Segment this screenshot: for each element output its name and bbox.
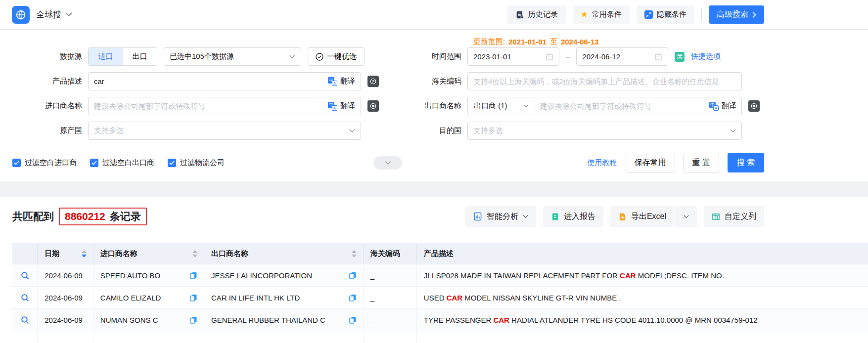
tab-export[interactable]: 出口 — [123, 48, 157, 65]
chevron-down-icon — [523, 104, 529, 108]
sort-importer[interactable] — [192, 250, 197, 257]
search-button[interactable]: 搜 索 — [728, 153, 764, 172]
translate-label: 翻译 — [722, 101, 736, 111]
update-range-to: 至 — [550, 37, 557, 46]
custom-columns-button[interactable]: 自定义列 — [704, 206, 764, 227]
translate-icon: 中A — [328, 77, 337, 86]
cell-hscode: _ — [370, 294, 374, 302]
copy-icon[interactable] — [189, 294, 197, 302]
translate-icon: 中A — [328, 102, 337, 111]
trade-direction-toggle: 进口 出口 — [88, 47, 157, 66]
advanced-search-button[interactable]: 高级搜索 — [709, 5, 764, 24]
tab-import[interactable]: 进口 — [89, 48, 123, 65]
product-desc-label: 产品描述 — [0, 77, 88, 86]
copy-icon[interactable] — [189, 271, 197, 280]
favorites-label: 常用条件 — [592, 10, 622, 19]
checkbox-filter-blank-importer[interactable]: 过滤空白进口商 — [12, 158, 77, 168]
highlight-keyword: CAR — [447, 294, 463, 302]
exporter-field: 出口商 (1) 中A 翻译 — [467, 97, 742, 115]
columns-icon — [712, 213, 720, 221]
tutorial-link[interactable]: 使用教程 — [588, 158, 617, 168]
analyze-icon — [473, 212, 482, 221]
cell-exporter: JESSE LAI INCORPORATION — [211, 271, 312, 280]
results-table: 日期 进口商名称 出口商名称 — [12, 243, 868, 343]
copy-icon[interactable] — [349, 271, 357, 280]
date-end-input[interactable]: 2024-06-12 — [576, 47, 668, 66]
advanced-search-label: 高级搜索 — [717, 9, 748, 20]
copy-icon[interactable] — [349, 294, 357, 302]
copy-icon[interactable] — [349, 316, 357, 324]
importer-label: 进口商名称 — [0, 101, 88, 111]
magnifier-icon[interactable] — [20, 271, 30, 280]
magnifier-icon[interactable] — [20, 315, 30, 325]
date-end-value: 2024-06-12 — [582, 52, 620, 61]
sort-exporter[interactable] — [352, 250, 357, 257]
swap-translate-icon[interactable] — [748, 100, 760, 112]
collapse-form-toggle[interactable] — [373, 156, 402, 170]
importer-input[interactable] — [94, 102, 328, 110]
swap-translate-icon[interactable] — [367, 76, 379, 87]
cell-importer: NUMAN SONS C — [100, 316, 158, 324]
chevron-down-icon — [523, 215, 528, 218]
cell-product-desc: USED CAR MODEL NISSAN SKYLINE GT-R VIN N… — [424, 294, 621, 302]
quick-options-link[interactable]: 快捷选项 — [691, 52, 721, 61]
page: 全球搜 历史记录 ★ 常用条件 — [0, 0, 868, 343]
history-button[interactable]: 历史记录 — [507, 5, 566, 24]
chevron-down-icon — [385, 161, 391, 165]
copy-icon[interactable] — [189, 316, 197, 324]
export-options-button[interactable] — [674, 206, 697, 227]
hide-conditions-button[interactable]: 隐藏条件 — [637, 5, 694, 24]
exporter-type-select[interactable]: 出口商 (1) — [468, 97, 535, 115]
app-switcher[interactable]: 全球搜 — [36, 9, 72, 20]
hide-conditions-label: 隐藏条件 — [657, 10, 686, 19]
translate-button[interactable]: 中A 翻译 — [328, 101, 355, 111]
favorites-button[interactable]: ★ 常用条件 — [573, 5, 630, 24]
update-range-label: 更新范围: — [473, 37, 505, 46]
export-excel-button[interactable]: 导出Excel — [610, 206, 674, 227]
exporter-label: 出口商名称 — [386, 101, 467, 111]
hs-code-input[interactable] — [473, 77, 736, 86]
history-label: 历史记录 — [528, 10, 558, 19]
magnifier-icon[interactable] — [20, 293, 30, 302]
chevron-right-icon — [752, 12, 756, 18]
results-title: 共匹配到 8860212 条记录 — [12, 208, 147, 225]
checkbox-filter-blank-exporter[interactable]: 过滤空白出口商 — [90, 158, 154, 168]
highlight-keyword: CAR — [493, 316, 509, 324]
date-start-input[interactable]: 2023-01-01 — [467, 47, 559, 66]
exporter-input[interactable] — [535, 102, 709, 110]
topbar: 全球搜 历史记录 ★ 常用条件 — [0, 0, 868, 30]
table-header-expand — [12, 243, 38, 264]
optimize-button[interactable]: 一键优选 — [308, 47, 365, 66]
cell-exporter: CAR IN LIFE INTL HK LTD — [211, 294, 300, 302]
translate-button[interactable]: 中A 翻译 — [709, 101, 741, 111]
table-header-exporter: 出口商名称 — [204, 243, 364, 264]
analyze-button[interactable]: 智能分析 — [465, 206, 536, 227]
table-row — [12, 331, 868, 343]
calendar-icon — [546, 53, 553, 61]
checkbox-checked-icon — [168, 159, 176, 167]
quick-options-icon: ⌘ — [675, 52, 685, 62]
dest-select[interactable]: 支持多选 — [467, 122, 742, 140]
datasource-select[interactable]: 已选中105个数据源 — [164, 47, 301, 66]
translate-icon: 中A — [709, 102, 719, 111]
report-button[interactable]: 进入报告 — [543, 206, 603, 227]
product-desc-field: 中A 翻译 — [88, 72, 361, 90]
results-actions: 智能分析 进入报告 — [465, 206, 764, 227]
product-desc-input[interactable] — [94, 77, 328, 86]
translate-button[interactable]: 中A 翻译 — [328, 77, 355, 86]
chevron-down-icon — [349, 129, 355, 133]
app-name: 全球搜 — [36, 9, 61, 20]
sort-date[interactable] — [82, 250, 87, 257]
checkbox-filter-logistics[interactable]: 过滤物流公司 — [168, 158, 225, 168]
results-section: 共匹配到 8860212 条记录 智能分析 — [0, 197, 868, 343]
cell-importer: SPEED AUTO BO — [100, 271, 160, 280]
collapse-icon — [644, 10, 653, 19]
swap-translate-icon[interactable] — [367, 100, 379, 112]
cell-date: 2024-06-09 — [45, 294, 83, 302]
optimize-label: 一键优选 — [327, 52, 357, 61]
reset-button[interactable]: 重 置 — [684, 153, 719, 172]
dest-label: 目的国 — [386, 126, 467, 135]
origin-select[interactable]: 支持多选 — [88, 122, 361, 140]
save-favorite-button[interactable]: 保存常用 — [626, 153, 675, 172]
table-row: 2024-06-09 CAMILO ELIZALD CAR IN LIFE IN… — [12, 287, 868, 309]
